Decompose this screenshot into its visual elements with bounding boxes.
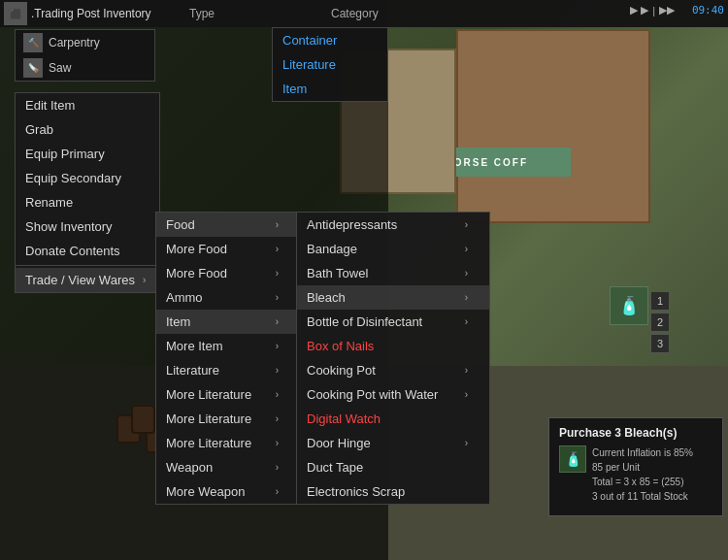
total-text: Total = 3 x 85 = (255) [592, 475, 693, 489]
ammo-arrow: › [276, 292, 279, 303]
header-bar: ⬛ .Trading Post Inventory Type Category … [0, 0, 728, 27]
lit-arrow: › [276, 365, 279, 376]
col-type: Type [189, 7, 215, 20]
fast-btn[interactable]: ▶▶ [659, 4, 675, 16]
bleach-thumb-icon: 🧴 [618, 295, 640, 316]
trade-submenu: Food › More Food › More Food › Ammo › It… [155, 212, 301, 505]
item-digital-watch[interactable]: Digital Watch [297, 407, 489, 431]
trade-item[interactable]: Item › [156, 310, 300, 334]
item-antidepressants[interactable]: Antidepressants › [297, 213, 489, 237]
trade-more-food-1[interactable]: More Food › [156, 237, 300, 261]
badge-3[interactable]: 3 [650, 334, 670, 353]
menu-equip-primary[interactable]: Equip Primary [16, 142, 159, 166]
unit-price-text: 85 per Unit [592, 460, 693, 475]
item-electronics-scrap[interactable]: Electronics Scrap [297, 479, 489, 504]
more-lit-3-arrow: › [276, 438, 279, 448]
menu-equip-secondary[interactable]: Equip Secondary [16, 166, 159, 190]
more-weapon-arrow: › [276, 486, 279, 497]
category-literature[interactable]: Literature [273, 52, 387, 77]
purchase-text: Current Inflation is 85% 85 per Unit Tot… [592, 445, 693, 504]
item-bottle-disinfectant[interactable]: Bottle of Disinfectant › [297, 310, 489, 334]
menu-show-inventory[interactable]: Show Inventory [16, 214, 159, 239]
header-columns: Type Category [189, 0, 379, 27]
inventory-list: 🔨 Carpentry 🪚 Saw [15, 29, 155, 82]
more-food-1-arrow: › [276, 244, 279, 254]
item-bandage[interactable]: Bandage › [297, 237, 489, 261]
bleach-arrow: › [465, 292, 468, 303]
arrow-icon: › [143, 275, 146, 285]
bleach-thumbnail: 🧴 [610, 286, 648, 325]
purchase-detail: 🧴 Current Inflation is 85% 85 per Unit T… [559, 445, 712, 504]
item-cooking-pot[interactable]: Cooking Pot › [297, 358, 489, 382]
time-display: 09:40 [692, 4, 724, 16]
cooking-water-arrow: › [465, 389, 468, 400]
badge-1[interactable]: 1 [650, 291, 670, 311]
carpentry-label: Carpentry [49, 36, 100, 49]
anti-arrow: › [465, 219, 468, 230]
trade-more-food-2[interactable]: More Food › [156, 261, 300, 285]
numbered-badges: 1 2 3 [650, 291, 670, 353]
item-submenu: Antidepressants › Bandage › Bath Towel ›… [296, 212, 490, 505]
cooking-arrow: › [465, 365, 468, 376]
bleach-icon: 🧴 [565, 451, 581, 467]
saw-label: Saw [49, 61, 71, 75]
badge-2[interactable]: 2 [650, 313, 670, 332]
trade-more-lit-1[interactable]: More Literature › [156, 382, 300, 407]
bottle-arrow: › [465, 316, 468, 327]
header-title: .Trading Post Inventory [31, 7, 151, 20]
bath-arrow: › [465, 268, 468, 279]
menu-separator [16, 265, 159, 266]
category-container[interactable]: Container [273, 28, 387, 52]
saw-icon: 🪚 [23, 58, 43, 78]
menu-donate-contents[interactable]: Donate Contents [16, 239, 159, 263]
separator: | [652, 5, 655, 16]
trade-more-lit-3[interactable]: More Literature › [156, 431, 300, 455]
col-category: Category [331, 7, 379, 20]
bandage-arrow: › [465, 244, 468, 254]
menu-trade-view-wares[interactable]: Trade / View Wares › [16, 268, 159, 292]
purchase-tooltip: Purchase 3 Bleach(s) 🧴 Current Inflation… [548, 417, 723, 516]
more-food-2-arrow: › [276, 268, 279, 279]
item-door-hinge[interactable]: Door Hinge › [297, 431, 489, 455]
trade-ammo[interactable]: Ammo › [156, 285, 300, 310]
more-lit-1-arrow: › [276, 389, 279, 400]
menu-edit-item[interactable]: Edit Item [16, 93, 159, 117]
trade-more-item[interactable]: More Item › [156, 334, 300, 358]
trade-food[interactable]: Food › [156, 213, 300, 237]
item-duct-tape[interactable]: Duct Tape [297, 455, 489, 479]
inv-item-carpentry[interactable]: 🔨 Carpentry [16, 30, 154, 55]
header-icon-1: ⬛ [4, 2, 27, 25]
stock-text: 3 out of 11 Total Stock [592, 489, 693, 504]
menu-grab[interactable]: Grab [16, 117, 159, 142]
trade-more-lit-2[interactable]: More Literature › [156, 407, 300, 431]
purchase-icon: 🧴 [559, 445, 586, 473]
item-arrow: › [276, 316, 279, 327]
category-menu: Container Literature Item [272, 27, 388, 102]
transport-controls[interactable]: ▶ ▶ | ▶▶ [630, 4, 675, 16]
item-box-nails[interactable]: Box of Nails [297, 334, 489, 358]
inflation-text: Current Inflation is 85% [592, 445, 693, 460]
context-menu-main: Edit Item Grab Equip Primary Equip Secon… [15, 92, 160, 293]
more-lit-2-arrow: › [276, 413, 279, 424]
trade-literature[interactable]: Literature › [156, 358, 300, 382]
trade-more-weapon[interactable]: More Weapon › [156, 479, 300, 504]
carpentry-icon: 🔨 [23, 33, 43, 52]
purchase-title: Purchase 3 Bleach(s) [559, 426, 712, 440]
item-bath-towel[interactable]: Bath Towel › [297, 261, 489, 285]
door-arrow: › [465, 438, 468, 448]
building-main: SEAHORSE COFF [456, 29, 650, 223]
pause-btn[interactable]: ▶ ▶ [630, 4, 648, 16]
item-bleach[interactable]: Bleach › [297, 285, 489, 310]
menu-rename[interactable]: Rename [16, 190, 159, 214]
more-item-arrow: › [276, 341, 279, 351]
item-cooking-pot-water[interactable]: Cooking Pot with Water › [297, 382, 489, 407]
category-item[interactable]: Item [273, 77, 387, 101]
trade-weapon[interactable]: Weapon › [156, 455, 300, 479]
inv-item-saw[interactable]: 🪚 Saw [16, 55, 154, 81]
weapon-arrow: › [276, 462, 279, 473]
food-arrow: › [276, 219, 279, 230]
